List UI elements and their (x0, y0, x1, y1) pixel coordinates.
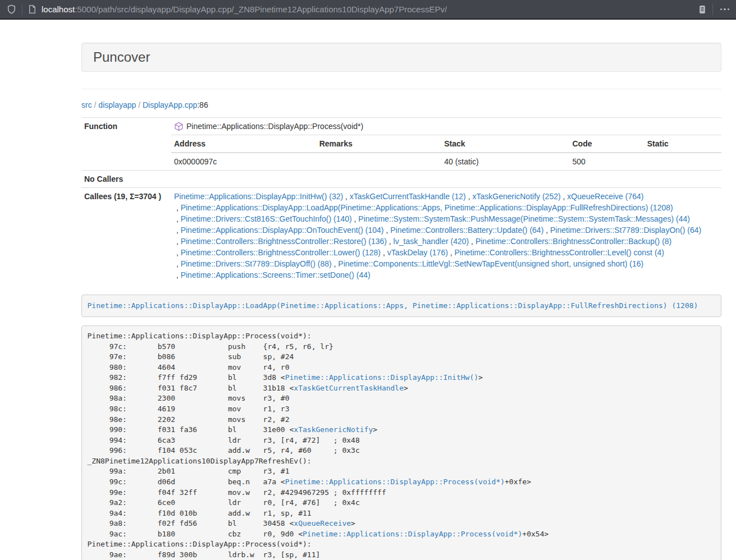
disasm-line: 9a2: 6ce0 ldr r0, [r4, #76] ; 0x4c (88, 498, 716, 508)
callees-separator: , (384, 226, 391, 235)
url-text: localhost:5000/path/src/displayapp/Displ… (42, 4, 447, 14)
callees-separator: , (174, 214, 181, 223)
callee-link[interactable]: Pinetime::Controllers::BrightnessControl… (476, 237, 671, 246)
breadcrumb: src / displayapp / DisplayApp.cpp:86 (81, 99, 721, 111)
disasm-line: Pinetime::Applications::DisplayApp::Proc… (88, 539, 716, 550)
callee-link[interactable]: Pinetime::Controllers::Battery::Update()… (390, 226, 543, 235)
callee-link[interactable]: xQueueReceive (764) (567, 192, 643, 201)
page-icon[interactable] (28, 4, 36, 14)
stats-remarks-value (317, 153, 441, 170)
menu-dots-icon[interactable] (719, 8, 730, 11)
disasm-line: 9a4: f10d 010b add.w r1, sp, #11 (88, 508, 716, 519)
address-bar[interactable]: localhost:5000/path/src/displayapp/Displ… (36, 4, 698, 14)
callees-list: Pinetime::Applications::DisplayApp::Init… (171, 188, 721, 284)
disasm-symbol-link[interactable]: Pinetime::Applications::DisplayApp::Proc… (303, 530, 522, 538)
callees-separator: , (448, 248, 455, 257)
disasm-line: 986: f031 f8c7 bl 31b18 <xTaskGetCurrent… (88, 383, 716, 394)
callees-separator: , (352, 214, 359, 223)
callee-link[interactable]: Pinetime::Drivers::Cst816S::GetTouchInfo… (181, 214, 352, 223)
callee-link[interactable]: Pinetime::Applications::DisplayApp::Init… (174, 192, 343, 201)
stats-col-code: Code (570, 135, 644, 153)
disasm-line: 98a: 2300 movs r3, #0 (88, 393, 716, 404)
callee-link[interactable]: Pinetime::Applications::DisplayApp::OnTo… (181, 226, 384, 235)
function-symbol: Pinetime::Applications::DisplayApp::Proc… (174, 121, 719, 132)
stats-row: Address Remarks Stack Code Static 0x0000… (81, 135, 721, 171)
stats-code-value: 500 (570, 153, 644, 170)
callees-separator: , (381, 248, 387, 257)
callees-separator: , (387, 237, 394, 246)
callees-separator: , (332, 259, 339, 268)
callees-separator: , (174, 237, 181, 246)
callee-link[interactable]: Pinetime::Drivers::St7789::DisplayOn() (… (550, 226, 701, 235)
disasm-symbol-link[interactable]: xTaskGenericNotify (294, 425, 373, 434)
disasm-line: 99e: f04f 32ff mov.w r2, #4294967295 ; 0… (88, 488, 716, 498)
toolbar-divider (22, 4, 22, 15)
callee-link[interactable]: vTaskDelay (176) (387, 248, 448, 257)
url-path: :5000/path/src/displayapp/DisplayApp.cpp… (75, 4, 447, 14)
callee-link[interactable]: xTaskGenericNotify (252) (472, 192, 560, 201)
stats-static-value (644, 153, 721, 170)
callees-separator: , (543, 226, 550, 235)
disasm-line: 98e: 2202 movs r2, #2 (88, 415, 716, 425)
callee-link[interactable]: Pinetime::Controllers::BrightnessControl… (455, 248, 664, 257)
callees-label: Callees (19, Σ=3704 ) (81, 188, 171, 284)
callee-link[interactable]: Pinetime::Drivers::St7789::DisplayOff() … (181, 259, 332, 268)
callees-separator: , (174, 259, 181, 268)
callees-separator: , (466, 192, 473, 201)
callee-link[interactable]: Pinetime::Controllers::BrightnessControl… (181, 237, 387, 246)
callee-link[interactable]: Pinetime::Controllers::BrightnessControl… (181, 248, 381, 257)
no-callers-label: No Callers (81, 171, 171, 188)
callees-separator: , (174, 270, 181, 279)
disasm-line: 994: 6ca3 ldr r3, [r4, #72] ; 0x48 (88, 435, 716, 446)
disasm-symbol-link[interactable]: xTaskGetCurrentTaskHandle (294, 384, 404, 392)
callee-link[interactable]: Pinetime::Applications::Screens::Timer::… (181, 270, 371, 279)
disassembly-code: Pinetime::Applications::DisplayApp::Proc… (81, 325, 721, 560)
disasm-line: 996: f104 053c add.w r5, r4, #60 ; 0x3c (88, 446, 716, 456)
callee-link[interactable]: Pinetime::System::SystemTask::PushMessag… (358, 214, 690, 223)
stats-value-row: 0x0000097c 40 (static) 500 (171, 153, 721, 170)
stats-address-value: 0x0000097c (171, 153, 317, 170)
loadapp-popover: Pinetime::Applications::DisplayApp::Load… (81, 295, 721, 317)
disasm-line: 9ae: f89d 300b ldrb.w r3, [sp, #11] (88, 550, 716, 560)
disasm-symbol-link[interactable]: Pinetime::Applications::DisplayApp::Init… (285, 373, 478, 382)
callee-link[interactable]: xTaskGetCurrentTaskHandle (12) (350, 192, 466, 201)
disasm-line: _ZN8Pinetime12Applications10DisplayApp7R… (88, 456, 716, 467)
function-name: Pinetime::Applications::DisplayApp::Proc… (186, 121, 363, 132)
stats-col-address: Address (171, 135, 317, 153)
function-row: Function Pinetime::Applications::Display… (81, 118, 721, 135)
toolbar-right (698, 4, 730, 15)
callees-separator: , (174, 226, 181, 235)
disasm-line: 97c: b570 push {r4, r5, r6, lr} (88, 342, 716, 352)
stats-col-remarks: Remarks (317, 135, 441, 153)
brand-banner: Puncover (81, 43, 721, 72)
divider (81, 89, 721, 89)
popover-symbol-link[interactable]: Pinetime::Applications::DisplayApp::Load… (88, 301, 698, 310)
breadcrumb-link-src[interactable]: src (81, 100, 92, 109)
browser-toolbar: localhost:5000/path/src/displayapp/Displ… (0, 0, 736, 20)
shield-icon[interactable] (7, 4, 16, 14)
stats-col-static: Static (644, 135, 721, 153)
breadcrumb-link-displayapp[interactable]: displayapp (98, 100, 136, 109)
callee-link[interactable]: lv_task_handler (420) (394, 237, 469, 246)
callees-separator: , (469, 237, 476, 246)
symbol-cube-icon (174, 122, 184, 131)
callee-link[interactable]: Pinetime::Components::LittleVgl::SetNewT… (338, 259, 643, 268)
disasm-line: 97e: b086 sub sp, #24 (88, 352, 716, 362)
callees-separator: , (174, 248, 181, 257)
no-callers-value (171, 171, 721, 188)
breadcrumb-link-file[interactable]: DisplayApp.cpp (143, 100, 197, 109)
disasm-symbol-link[interactable]: Pinetime::Applications::DisplayApp::Proc… (285, 478, 505, 486)
callee-link[interactable]: Pinetime::Applications::DisplayApp::Load… (181, 203, 673, 212)
url-host: localhost (42, 4, 75, 14)
disasm-line: 9ac: b180 cbz r0, 9d0 <Pinetime::Applica… (88, 529, 716, 540)
callees-separator: , (561, 192, 568, 201)
disasm-line: 9a8: f02f fd56 bl 30458 <xQueueReceive> (88, 518, 716, 529)
reader-view-icon[interactable] (698, 4, 707, 15)
stats-header-row: Address Remarks Stack Code Static (171, 135, 721, 153)
disasm-symbol-link[interactable]: xQueueReceive (294, 519, 351, 527)
disasm-line: 98c: 4619 mov r1, r3 (88, 404, 716, 415)
symbol-stats-table: Address Remarks Stack Code Static 0x0000… (171, 135, 721, 170)
page-container: Puncover src / displayapp / DisplayApp.c… (81, 43, 721, 560)
disasm-line: 99c: d06d beq.n a7a <Pinetime::Applicati… (88, 477, 716, 488)
callees-separator: , (174, 203, 181, 212)
